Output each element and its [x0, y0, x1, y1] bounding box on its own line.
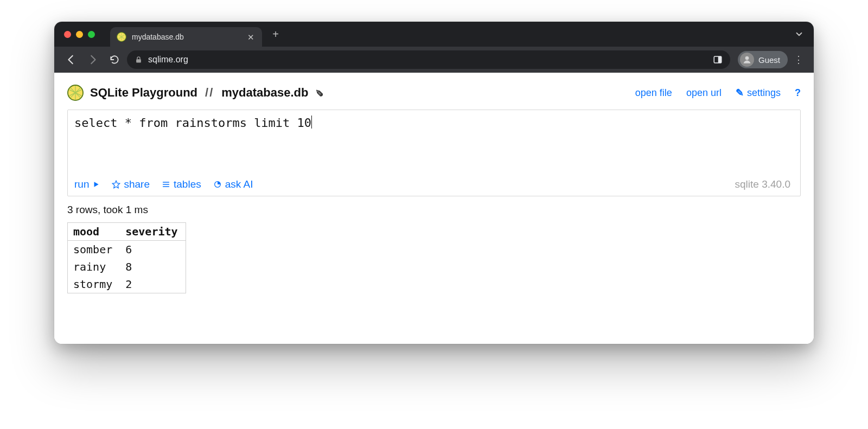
- reading-list-icon[interactable]: [713, 55, 723, 65]
- breadcrumb-separator: //: [204, 86, 215, 100]
- close-tab-icon[interactable]: ✕: [246, 32, 256, 42]
- caret-icon: [311, 116, 312, 129]
- ask-ai-button[interactable]: ask AI: [213, 178, 253, 190]
- list-icon: [162, 180, 170, 189]
- url-text: sqlime.org: [148, 55, 707, 65]
- circle-icon: [213, 180, 222, 189]
- browser-toolbar: sqlime.org Guest ⋮: [54, 47, 814, 73]
- sql-text: select * from rainstorms limit 10: [74, 116, 311, 130]
- table-header-row: moodseverity: [68, 223, 186, 241]
- lock-icon: [135, 56, 143, 64]
- share-button[interactable]: share: [112, 178, 150, 190]
- address-bar[interactable]: sqlime.org: [127, 50, 730, 69]
- settings-link[interactable]: ✎ settings: [736, 87, 781, 99]
- page-header: SQLite Playground // mydatabase.db ✎ ope…: [67, 85, 801, 101]
- table-cell: 6: [120, 241, 186, 259]
- edit-name-icon[interactable]: ✎: [313, 89, 325, 97]
- run-label: run: [74, 178, 89, 190]
- table-cell: 8: [120, 258, 186, 276]
- share-label: share: [124, 178, 150, 190]
- svg-rect-3: [718, 56, 722, 63]
- table-cell: 2: [120, 276, 186, 293]
- sql-input[interactable]: select * from rainstorms limit 10: [68, 110, 800, 175]
- browser-menu-icon[interactable]: ⋮: [791, 54, 806, 66]
- settings-label: settings: [747, 87, 781, 99]
- breadcrumb: SQLite Playground // mydatabase.db ✎: [67, 85, 323, 101]
- table-row: somber6: [68, 241, 186, 259]
- result-table: moodseverity somber6rainy8stormy2: [67, 222, 186, 293]
- table-row: rainy8: [68, 258, 186, 276]
- column-header: mood: [68, 223, 120, 241]
- avatar-icon: [740, 53, 754, 67]
- tab-title: mydatabase.db: [132, 33, 241, 41]
- profile-button[interactable]: Guest: [738, 51, 788, 68]
- table-cell: stormy: [68, 276, 120, 293]
- sql-editor: select * from rainstorms limit 10 run sh…: [67, 110, 801, 196]
- play-icon: [92, 181, 100, 188]
- app-logo-icon: [67, 85, 84, 101]
- ask-ai-label: ask AI: [225, 178, 253, 190]
- gear-icon: ✎: [736, 87, 744, 99]
- editor-toolbar: run share tables: [68, 175, 800, 196]
- star-icon: [112, 180, 120, 189]
- db-name: mydatabase.db: [221, 86, 308, 100]
- header-links: open file open url ✎ settings ?: [635, 87, 801, 99]
- table-cell: rainy: [68, 258, 120, 276]
- close-window-icon[interactable]: [64, 31, 71, 38]
- favicon-icon: [117, 32, 126, 42]
- run-button[interactable]: run: [74, 178, 100, 190]
- column-header: severity: [120, 223, 186, 241]
- svg-rect-1: [136, 59, 141, 62]
- window-controls: [64, 31, 95, 38]
- back-button[interactable]: [62, 50, 80, 69]
- sqlite-version: sqlite 3.40.0: [735, 178, 794, 190]
- help-link[interactable]: ?: [795, 87, 801, 99]
- profile-label: Guest: [758, 55, 780, 65]
- svg-point-4: [745, 56, 749, 60]
- maximize-window-icon[interactable]: [88, 31, 95, 38]
- tables-label: tables: [174, 178, 201, 190]
- table-cell: somber: [68, 241, 120, 259]
- tables-button[interactable]: tables: [162, 178, 201, 190]
- open-url-link[interactable]: open url: [686, 87, 722, 99]
- app-name: SQLite Playground: [90, 86, 197, 100]
- open-file-link[interactable]: open file: [635, 87, 672, 99]
- browser-tab[interactable]: mydatabase.db ✕: [110, 27, 262, 47]
- forward-button[interactable]: [84, 50, 102, 69]
- result-status: 3 rows, took 1 ms: [67, 204, 801, 216]
- minimize-window-icon[interactable]: [76, 31, 83, 38]
- browser-window: mydatabase.db ✕ + sqlime.org: [54, 22, 814, 344]
- reload-button[interactable]: [105, 50, 124, 69]
- page-content: SQLite Playground // mydatabase.db ✎ ope…: [54, 73, 814, 344]
- table-row: stormy2: [68, 276, 186, 293]
- tab-strip: mydatabase.db ✕ +: [54, 22, 814, 47]
- tab-list-chevron-icon[interactable]: [790, 27, 808, 41]
- new-tab-button[interactable]: +: [267, 26, 284, 42]
